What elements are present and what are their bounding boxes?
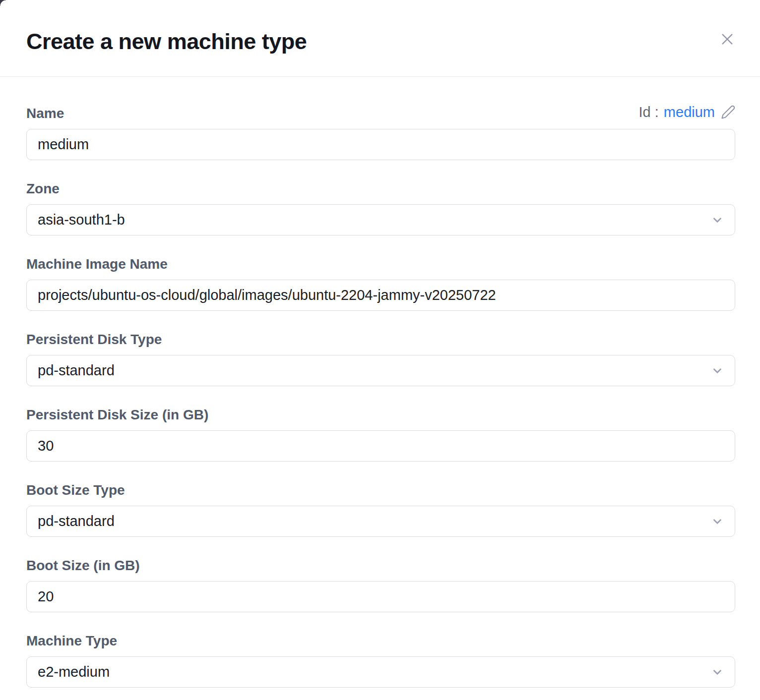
machine-type-label: Machine Type <box>26 633 735 648</box>
field-boot-size: Boot Size (in GB) <box>26 558 735 612</box>
name-input[interactable] <box>26 129 735 160</box>
persistent-disk-size-input[interactable] <box>26 430 735 462</box>
field-machine-image-name: Machine Image Name <box>26 256 735 311</box>
boot-size-type-select[interactable]: pd-standard <box>26 506 735 537</box>
select-value: asia-south1-b <box>38 212 125 228</box>
machine-image-name-input[interactable] <box>26 280 735 311</box>
zone-label: Zone <box>26 181 735 196</box>
field-persistent-disk-size: Persistent Disk Size (in GB) <box>26 407 735 462</box>
close-button[interactable] <box>716 28 738 50</box>
name-label: Name <box>26 106 735 121</box>
field-zone: Zone asia-south1-b <box>26 181 735 235</box>
machine-image-name-label: Machine Image Name <box>26 256 735 272</box>
persistent-disk-type-select[interactable]: pd-standard <box>26 355 735 386</box>
chevron-down-icon <box>711 666 724 679</box>
select-value: pd-standard <box>38 362 115 379</box>
boot-size-label: Boot Size (in GB) <box>26 558 735 573</box>
machine-type-form: Id : medium Name Zone asia-south1-b <box>0 77 760 688</box>
persistent-disk-type-label: Persistent Disk Type <box>26 332 735 347</box>
boot-size-type-label: Boot Size Type <box>26 482 735 498</box>
boot-size-input[interactable] <box>26 581 735 612</box>
field-name: Name <box>26 106 735 160</box>
zone-select[interactable]: asia-south1-b <box>26 204 735 235</box>
edit-id-button[interactable] <box>720 104 737 120</box>
chevron-down-icon <box>711 214 724 227</box>
fields-container: Name Zone asia-south1-b Machine Image Na… <box>26 106 735 688</box>
field-machine-type: Machine Type e2-medium <box>26 633 735 688</box>
create-machine-type-modal: Create a new machine type Id : medium <box>0 0 760 688</box>
close-icon <box>719 31 735 47</box>
field-boot-size-type: Boot Size Type pd-standard <box>26 482 735 537</box>
machine-type-select[interactable]: e2-medium <box>26 656 735 688</box>
chevron-down-icon <box>711 515 724 528</box>
chevron-down-icon <box>711 364 724 377</box>
modal-title: Create a new machine type <box>26 29 307 55</box>
select-value: e2-medium <box>38 664 110 680</box>
id-value: medium <box>664 104 715 120</box>
pencil-icon <box>721 105 736 119</box>
persistent-disk-size-label: Persistent Disk Size (in GB) <box>26 407 735 422</box>
select-value: pd-standard <box>38 513 115 529</box>
id-label: Id : <box>639 104 659 120</box>
field-persistent-disk-type: Persistent Disk Type pd-standard <box>26 332 735 386</box>
modal-header: Create a new machine type <box>0 0 760 77</box>
id-row: Id : medium <box>639 104 737 120</box>
